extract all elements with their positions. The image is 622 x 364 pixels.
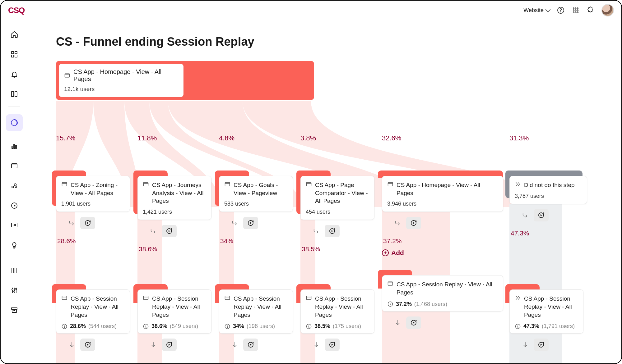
funnel-result-node[interactable]: CS App - Session Replay - View - All Pag… xyxy=(382,275,503,311)
svg-point-6 xyxy=(575,10,576,11)
presentation-icon[interactable] xyxy=(9,221,19,230)
svg-rect-32 xyxy=(12,308,17,309)
replay-button[interactable] xyxy=(80,339,95,351)
node-users: 583 users xyxy=(224,201,288,207)
funnel-branch-node[interactable]: CS App - Page Comparator - View - All Pa… xyxy=(300,176,374,220)
funnel-root-node[interactable]: CS App - Homepage - View - All Pages 12.… xyxy=(56,61,314,100)
funnel-branch-node[interactable]: CS App - Goals - View - Pageview 583 use… xyxy=(219,176,293,212)
svg-point-22 xyxy=(12,186,14,188)
info-icon xyxy=(224,323,230,330)
scatter-icon[interactable] xyxy=(9,181,19,191)
node-title: CS App - Session Replay - View - All Pag… xyxy=(234,295,288,319)
avatar[interactable] xyxy=(601,4,614,16)
page-title: CS - Funnel ending Session Replay xyxy=(56,35,621,48)
svg-rect-36 xyxy=(144,182,148,186)
help-icon[interactable] xyxy=(557,6,565,14)
node-title: CS App - Zoning - View - All Pages xyxy=(71,181,125,197)
funnel-result-row: CS App - Session Replay - View - All Pag… xyxy=(56,275,621,351)
svg-point-31 xyxy=(16,288,17,289)
svg-rect-21 xyxy=(12,164,17,168)
down-arrow-icon xyxy=(522,341,529,348)
info-icon xyxy=(143,323,149,330)
svg-rect-12 xyxy=(15,52,17,54)
skip-icon xyxy=(515,295,521,301)
node-users: 12.1k users xyxy=(64,86,179,93)
node-title: CS App - Homepage - View - All Pages xyxy=(73,68,179,83)
svg-rect-54 xyxy=(307,296,311,300)
percent-label: 4.8% xyxy=(219,134,300,142)
lightbulb-icon[interactable] xyxy=(9,240,19,250)
page-icon xyxy=(143,295,149,301)
home-icon[interactable] xyxy=(9,30,19,39)
skip-icon xyxy=(515,181,521,187)
topbar: CSQ Website xyxy=(1,1,621,20)
down-arrow-icon xyxy=(150,341,157,348)
funnel-branch-node[interactable]: CS App - Journeys Analysis - View - All … xyxy=(137,176,211,220)
replay-button[interactable] xyxy=(325,225,340,237)
compare-icon[interactable] xyxy=(9,89,19,99)
site-switcher[interactable]: Website xyxy=(523,7,550,14)
bell-icon[interactable] xyxy=(9,69,19,79)
node-title: CS App - Session Replay - View - All Pag… xyxy=(524,295,578,319)
replay-button[interactable] xyxy=(406,316,421,329)
bar-chart-icon[interactable] xyxy=(9,141,19,151)
replay-button[interactable] xyxy=(162,225,177,237)
funnel-branch-node[interactable]: CS App - Zoning - View - All Pages 1,901… xyxy=(56,176,130,212)
replay-button[interactable] xyxy=(325,339,340,351)
funnel-result-node[interactable]: CS App - Session Replay - View - All Pag… xyxy=(509,289,583,334)
info-icon xyxy=(515,323,521,330)
page-icon xyxy=(61,181,67,187)
funnel-result-node[interactable]: CS App - Session Replay - View - All Pag… xyxy=(56,289,130,334)
svg-point-3 xyxy=(575,8,576,9)
node-title: CS App - Page Comparator - View - All Pa… xyxy=(315,181,369,205)
dashboard-icon[interactable] xyxy=(9,49,19,59)
site-label: Website xyxy=(523,7,544,14)
info-icon xyxy=(61,323,67,330)
svg-point-29 xyxy=(12,289,13,290)
apps-grid-icon[interactable] xyxy=(572,6,580,14)
result-percent: 38.6% xyxy=(151,323,167,330)
replay-button[interactable] xyxy=(162,339,177,351)
sub-arrow-icon xyxy=(313,228,320,234)
tuning-icon[interactable] xyxy=(9,285,19,295)
svg-rect-14 xyxy=(15,55,17,57)
svg-point-4 xyxy=(577,8,578,9)
percent-label: 37.2% xyxy=(383,237,509,245)
node-users: 1,901 users xyxy=(61,201,125,207)
funnel-branch-node[interactable]: Did not do this step 3,787 users xyxy=(509,176,587,204)
play-circle-icon[interactable] xyxy=(9,201,19,211)
replay-button[interactable] xyxy=(534,339,549,351)
replay-button[interactable] xyxy=(406,217,421,229)
funnel-result-node[interactable]: CS App - Session Replay - View - All Pag… xyxy=(137,289,211,334)
replay-button[interactable] xyxy=(243,339,258,351)
node-title: CS App - Homepage - View - All Pages xyxy=(397,181,498,197)
funnel-branch-node[interactable]: CS App - Homepage - View - All Pages 3,9… xyxy=(382,176,503,212)
funnel-result-node[interactable]: CS App - Session Replay - View - All Pag… xyxy=(300,289,374,334)
funnel-analysis-icon[interactable] xyxy=(6,114,23,131)
info-icon xyxy=(387,301,393,307)
percent-label: 32.6% xyxy=(382,134,509,142)
archive-icon[interactable] xyxy=(9,305,19,315)
add-step-button[interactable]: +Add xyxy=(382,249,404,257)
node-title: CS App - Session Replay - View - All Pag… xyxy=(397,280,498,296)
replay-button[interactable] xyxy=(243,217,258,229)
percent-label: 38.5% xyxy=(302,245,382,253)
replay-button[interactable] xyxy=(80,217,95,229)
browser-icon[interactable] xyxy=(9,161,19,171)
node-title: CS App - Journeys Analysis - View - All … xyxy=(152,181,206,205)
svg-point-9 xyxy=(575,12,576,13)
sub-arrow-icon xyxy=(68,220,75,226)
svg-rect-13 xyxy=(12,55,14,57)
svg-rect-57 xyxy=(388,282,393,285)
funnel-result-node[interactable]: CS App - Session Replay - View - All Pag… xyxy=(219,289,293,334)
result-users: (198 users) xyxy=(247,323,275,330)
node-users: 3,787 users xyxy=(515,193,582,199)
extension-icon[interactable] xyxy=(587,6,595,14)
segments-icon[interactable] xyxy=(9,266,19,275)
svg-point-2 xyxy=(573,8,574,9)
info-icon xyxy=(306,323,312,330)
sub-arrow-icon xyxy=(522,212,529,219)
svg-rect-40 xyxy=(307,182,311,186)
replay-button[interactable] xyxy=(534,209,549,221)
node-users: 3,946 users xyxy=(387,201,498,207)
